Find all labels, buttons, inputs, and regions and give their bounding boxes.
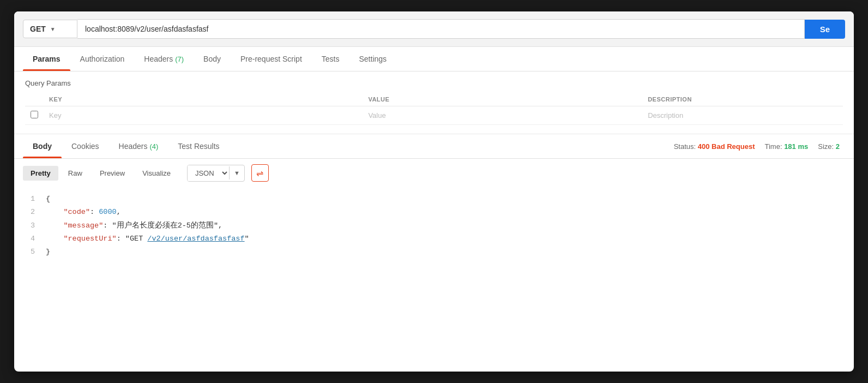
- tab-prerequest[interactable]: Pre-request Script: [231, 47, 312, 71]
- response-tab-cookies[interactable]: Cookies: [62, 134, 109, 158]
- line-num-1: 1: [25, 193, 35, 206]
- size-label: Size:: [818, 142, 834, 151]
- key-code: "code": [63, 208, 90, 216]
- url-bar: GET ▼ Se: [14, 11, 854, 47]
- response-headers-badge: (4): [149, 142, 158, 151]
- code-line-1: 1 {: [25, 193, 843, 206]
- code-content-3: "message": "用户名长度必须在2-5的范围",: [46, 219, 222, 232]
- time-label: Time:: [764, 142, 782, 151]
- url-input[interactable]: [77, 19, 805, 39]
- response-tab-headers[interactable]: Headers (4): [109, 134, 168, 158]
- code-line-5: 5 }: [25, 246, 843, 259]
- tab-params[interactable]: Params: [23, 47, 70, 71]
- code-line-2: 2 "code": 6000,: [25, 206, 843, 219]
- params-table: KEY VALUE DESCRIPTION Key Value: [25, 93, 843, 125]
- size-value: 2: [836, 142, 840, 151]
- method-label: GET: [30, 25, 46, 33]
- code-line-4: 4 "requestUri": "GET /v2/user/asfdasfasf…: [25, 232, 843, 246]
- wrap-icon: ⇌: [256, 168, 263, 178]
- format-select-wrap: JSON XML HTML Text ▼: [187, 165, 245, 182]
- status-label: Status:: [674, 142, 696, 151]
- code-block: 1 { 2 "code": 6000, 3 "message": "用户名长度必…: [14, 187, 854, 270]
- response-toolbar: Pretty Raw Preview Visualize JSON XML HT…: [14, 159, 854, 187]
- method-chevron-icon: ▼: [50, 26, 56, 32]
- headers-badge: (7): [175, 55, 184, 63]
- col-checkbox: [25, 93, 44, 106]
- key-message: "message": [63, 222, 103, 230]
- col-description: DESCRIPTION: [642, 93, 843, 106]
- value-code: 6000: [99, 208, 116, 216]
- response-tab-body[interactable]: Body: [23, 134, 62, 158]
- code-content-2: "code": 6000,: [46, 206, 121, 219]
- code-content-4: "requestUri": "GET /v2/user/asfdasfasfas…: [46, 232, 249, 246]
- format-pretty[interactable]: Pretty: [23, 166, 58, 181]
- value-request-uri-suffix: ": [245, 235, 249, 243]
- response-tab-test-results[interactable]: Test Results: [168, 134, 229, 158]
- value-message: "用户名长度必须在2-5的范围": [112, 222, 219, 230]
- query-params-label: Query Params: [25, 79, 843, 87]
- format-preview[interactable]: Preview: [92, 166, 132, 181]
- col-key: KEY: [44, 93, 363, 106]
- key-request-uri: "requestUri": [63, 235, 116, 243]
- format-raw[interactable]: Raw: [61, 166, 90, 181]
- method-select[interactable]: GET ▼: [23, 20, 77, 38]
- wrap-toggle-button[interactable]: ⇌: [251, 164, 269, 182]
- status-value: 400 Bad Request: [698, 142, 755, 151]
- request-tabs: Params Authorization Headers (7) Body Pr…: [14, 47, 854, 71]
- row-checkbox[interactable]: [31, 111, 38, 118]
- tab-authorization[interactable]: Authorization: [70, 47, 135, 71]
- send-button[interactable]: Se: [805, 20, 845, 39]
- line-num-5: 5: [25, 246, 35, 259]
- tab-tests[interactable]: Tests: [312, 47, 349, 71]
- format-chevron-icon: ▼: [229, 166, 244, 179]
- tab-settings[interactable]: Settings: [349, 47, 396, 71]
- response-section: Body Cookies Headers (4) Test Results St…: [14, 134, 854, 270]
- key-placeholder: Key: [49, 111, 61, 119]
- response-tabs: Body Cookies Headers (4) Test Results St…: [14, 134, 854, 159]
- tab-body[interactable]: Body: [194, 47, 231, 71]
- table-row: Key Value Description: [25, 106, 843, 125]
- response-status: Status: 400 Bad Request Time: 181 ms Siz…: [674, 142, 845, 151]
- query-params-section: Query Params KEY VALUE DESCRIPTION Key: [14, 71, 854, 125]
- code-content-1: {: [46, 193, 50, 206]
- tab-headers[interactable]: Headers (7): [134, 47, 194, 71]
- value-request-uri-link[interactable]: /v2/user/asfdasfasfasf: [147, 235, 244, 243]
- line-num-3: 3: [25, 219, 35, 232]
- code-content-5: }: [46, 246, 50, 259]
- main-container: GET ▼ Se Params Authorization Headers (7…: [14, 11, 854, 372]
- col-value: VALUE: [363, 93, 642, 106]
- code-line-3: 3 "message": "用户名长度必须在2-5的范围",: [25, 219, 843, 232]
- time-value: 181 ms: [784, 142, 808, 151]
- value-placeholder: Value: [368, 111, 385, 119]
- value-request-uri-prefix: "GET: [125, 235, 148, 243]
- format-visualize[interactable]: Visualize: [135, 166, 178, 181]
- line-num-2: 2: [25, 206, 35, 219]
- line-num-4: 4: [25, 232, 35, 246]
- desc-placeholder: Description: [648, 111, 683, 119]
- format-select[interactable]: JSON XML HTML Text: [188, 165, 229, 181]
